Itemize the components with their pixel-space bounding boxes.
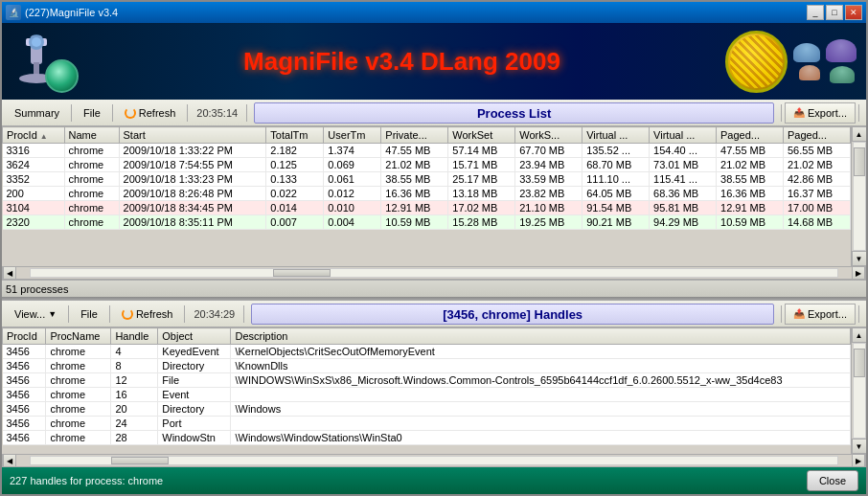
table-cell: 73.01 MB xyxy=(650,158,717,172)
hscroll-right-arrow[interactable]: ▶ xyxy=(852,266,865,280)
bottom-status-bar: 227 handles for process: chrome Close xyxy=(2,467,866,494)
col-h-object[interactable]: Object xyxy=(158,328,231,345)
table-cell: 2009/10/18 8:35:11 PM xyxy=(119,215,266,230)
table-cell: 3456 xyxy=(3,402,46,417)
process-table-area: ProcId ▲ Name Start TotalTm UserTm Priva… xyxy=(2,126,866,266)
process-vscrollbar[interactable]: ▲ ▼ xyxy=(851,126,866,266)
table-row[interactable]: 3456chrome20Directory\Windows xyxy=(3,402,851,417)
vscroll-down-arrow[interactable]: ▼ xyxy=(852,251,867,266)
process-section: ProcId ▲ Name Start TotalTm UserTm Priva… xyxy=(2,126,866,280)
table-cell: Directory xyxy=(158,402,231,417)
summary-button[interactable]: Summary xyxy=(6,102,68,124)
refresh-button-handles[interactable]: Refresh xyxy=(113,304,182,325)
handles-table-scroll: ProcId ProcName Handle Object Descriptio… xyxy=(2,327,851,454)
table-cell: 2009/10/18 1:33:22 PM xyxy=(119,144,266,158)
table-cell: 67.70 MB xyxy=(515,144,582,158)
col-h-procname[interactable]: ProcName xyxy=(46,328,111,345)
table-row[interactable]: 3624chrome2009/10/18 7:54:55 PM0.1250.06… xyxy=(3,158,851,172)
table-cell: 16.37 MB xyxy=(783,187,850,201)
vscroll-thumb[interactable] xyxy=(854,147,865,176)
col-paged2[interactable]: Paged... xyxy=(783,127,850,144)
table-cell: 3456 xyxy=(3,388,46,402)
hscroll-track xyxy=(30,268,838,278)
table-cell: 12.91 MB xyxy=(381,201,448,215)
table-row[interactable]: 3104chrome2009/10/18 8:34:45 PM0.0140.01… xyxy=(3,201,851,215)
handles-hscroll-thumb[interactable] xyxy=(111,457,169,464)
table-row[interactable]: 3456chrome8Directory\KnownDlls xyxy=(3,359,851,373)
view-button[interactable]: View... ▼ xyxy=(6,304,65,325)
col-h-procid[interactable]: ProcId xyxy=(3,328,46,345)
process-table-scroll: ProcId ▲ Name Start TotalTm UserTm Priva… xyxy=(2,126,851,266)
handles-vscroll-thumb[interactable] xyxy=(854,349,865,377)
window-close-button[interactable]: ✕ xyxy=(845,5,862,20)
vscroll-up-arrow[interactable]: ▲ xyxy=(852,126,867,142)
col-paged1[interactable]: Paged... xyxy=(717,127,784,144)
col-works2[interactable]: WorkS... xyxy=(515,127,582,144)
table-cell: 111.10 ... xyxy=(582,172,650,187)
table-cell: 16.36 MB xyxy=(381,187,448,201)
table-cell: chrome xyxy=(46,402,111,417)
table-cell: \Windows xyxy=(231,402,851,417)
table-row[interactable]: 3316chrome2009/10/18 1:33:22 PM2.1821.37… xyxy=(3,144,851,158)
export-button-handles[interactable]: 📤 Export... xyxy=(785,304,856,325)
table-cell: 38.55 MB xyxy=(717,172,784,187)
hscroll-left-arrow[interactable]: ◀ xyxy=(3,266,16,280)
file-button-process[interactable]: File xyxy=(75,102,109,124)
export-button-process[interactable]: 📤 Export... xyxy=(785,102,856,124)
separator-2 xyxy=(112,104,113,122)
col-workset[interactable]: WorkSet xyxy=(448,127,515,144)
handles-vscroll-up[interactable]: ▲ xyxy=(852,327,867,343)
refresh-label: Refresh xyxy=(139,107,176,119)
table-row[interactable]: 3456chrome4KeyedEvent\KernelObjects\Crit… xyxy=(3,345,851,359)
process-hscrollbar[interactable]: ◀ ▶ xyxy=(2,266,866,280)
refresh-button-process[interactable]: Refresh xyxy=(116,102,185,124)
process-list-title: Process List xyxy=(254,102,774,124)
minimize-button[interactable]: _ xyxy=(807,5,824,20)
table-row[interactable]: 3456chrome16Event xyxy=(3,388,851,402)
close-button[interactable]: Close xyxy=(807,470,858,491)
col-start[interactable]: Start xyxy=(119,127,266,144)
table-cell: 16.36 MB xyxy=(717,187,784,201)
view-dropdown-arrow: ▼ xyxy=(48,309,57,319)
table-row[interactable]: 200chrome2009/10/18 8:26:48 PM0.0220.012… xyxy=(3,187,851,201)
col-virt1[interactable]: Virtual ... xyxy=(582,127,650,144)
col-name[interactable]: Name xyxy=(64,127,119,144)
table-row[interactable]: 3456chrome28WindowStn\Windows\WindowStat… xyxy=(3,431,851,445)
handles-hscroll-right[interactable]: ▶ xyxy=(852,454,865,467)
col-usertm[interactable]: UserTm xyxy=(324,127,381,144)
table-cell: chrome xyxy=(46,345,111,359)
table-cell: 0.133 xyxy=(266,172,324,187)
col-totaltm[interactable]: TotalTm xyxy=(266,127,324,144)
col-procid[interactable]: ProcId ▲ xyxy=(3,127,65,144)
col-virt2[interactable]: Virtual ... xyxy=(650,127,717,144)
file-button-handles[interactable]: File xyxy=(72,304,106,325)
table-row[interactable]: 3456chrome12File\WINDOWS\WinSxS\x86_Micr… xyxy=(3,373,851,388)
table-cell: 21.02 MB xyxy=(381,158,448,172)
table-cell: 2.182 xyxy=(266,144,324,158)
col-private[interactable]: Private... xyxy=(381,127,448,144)
table-cell: 20 xyxy=(111,402,158,417)
table-cell: 23.94 MB xyxy=(515,158,582,172)
maximize-button[interactable]: □ xyxy=(826,5,843,20)
col-h-handle[interactable]: Handle xyxy=(111,328,158,345)
handles-hscroll-left[interactable]: ◀ xyxy=(3,454,16,467)
table-cell: \WINDOWS\WinSxS\x86_Microsoft.Windows.Co… xyxy=(231,373,851,388)
table-row[interactable]: 3352chrome2009/10/18 1:33:23 PM0.1330.06… xyxy=(3,172,851,187)
table-cell: 24 xyxy=(111,417,158,431)
handles-hscrollbar[interactable]: ◀ ▶ xyxy=(2,454,866,467)
col-h-desc[interactable]: Description xyxy=(231,328,851,345)
table-cell: 47.55 MB xyxy=(381,144,448,158)
app-icon: 🔬 xyxy=(6,5,21,20)
handles-vscroll-down[interactable]: ▼ xyxy=(852,439,867,454)
content-area: Summary File Refresh 20:35:14 Process Li… xyxy=(2,100,866,494)
table-cell: chrome xyxy=(46,417,111,431)
table-row[interactable]: 3456chrome24Port xyxy=(3,417,851,431)
table-cell: 68.36 MB xyxy=(650,187,717,201)
table-row[interactable]: 2320chrome2009/10/18 8:35:11 PM0.0070.00… xyxy=(3,215,851,230)
hscroll-thumb[interactable] xyxy=(273,269,331,277)
table-cell: 21.02 MB xyxy=(783,158,850,172)
table-cell: 1.374 xyxy=(324,144,381,158)
process-table-header: ProcId ▲ Name Start TotalTm UserTm Priva… xyxy=(3,127,851,144)
view-label: View... xyxy=(14,308,45,320)
handles-vscrollbar[interactable]: ▲ ▼ xyxy=(851,327,866,454)
